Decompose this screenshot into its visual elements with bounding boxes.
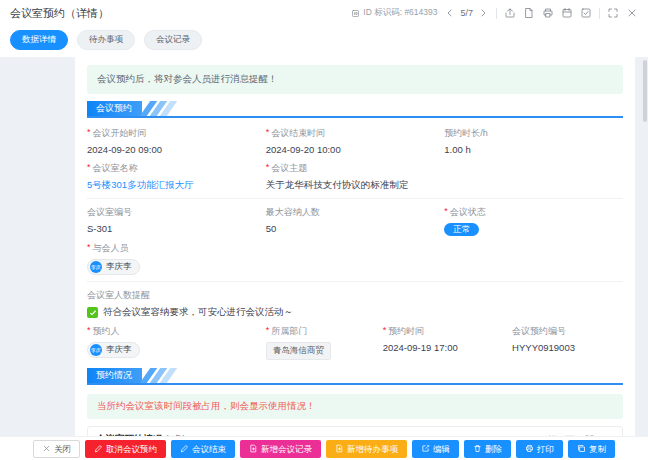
field-label: 预约时长/h	[444, 127, 488, 140]
field-value: 1.00 h	[444, 144, 623, 156]
field-book-no: 会议预约编号 HYYY0919003	[512, 325, 623, 360]
check-icon	[87, 307, 98, 318]
field-value: 2024-09-19 17:00	[383, 342, 512, 354]
fullscreen-icon[interactable]	[607, 7, 619, 19]
attendee-name: 李庆李	[106, 261, 132, 273]
field-value: 50	[266, 223, 445, 235]
page-title: 会议室预约（详情）	[10, 6, 109, 21]
print-button[interactable]: 打印	[516, 440, 563, 458]
field-value: 2024-09-20 09:00	[87, 144, 266, 156]
field-label: 会议室人数提醒	[87, 289, 150, 302]
divider	[496, 8, 497, 19]
section-title: 预约情况	[87, 368, 142, 383]
required-mark: *	[87, 325, 91, 338]
field-label: 会议室名称	[93, 162, 138, 175]
table-count: (0条)	[166, 434, 186, 436]
file-plus-icon	[249, 444, 258, 453]
content-area: 会议预约后，将对参会人员进行消息提醒！ 会议预约 *会议开始时间 2024-09…	[0, 57, 648, 436]
cancel-booking-button[interactable]: 取消会议预约	[85, 440, 166, 458]
field-label: 会议预约编号	[512, 325, 566, 338]
section-title: 会议预约	[87, 101, 142, 116]
record-id-badge: ID 标识码: #614393	[351, 7, 437, 19]
booking-table-card: 会议室预约情况(0条) 序号 预约人 会议主题 会议室名称 与会人 会议开始时间…	[87, 426, 623, 436]
department-tag: 青岛海信商贸	[266, 342, 331, 360]
table-title: 会议室预约情况	[96, 433, 163, 436]
file-plus-icon	[335, 444, 344, 453]
field-room-no: 会议室编号 S-301	[87, 206, 266, 236]
field-end-time: *会议结束时间 2024-09-20 10:00	[266, 127, 445, 156]
printer-icon	[525, 444, 534, 453]
vertical-scrollbar[interactable]	[643, 60, 647, 122]
required-mark: *	[383, 325, 387, 338]
form-row-booker: *预约人 李庆 李庆李 *所属部门 青岛海信商贸 *预约时间 2024-09-1…	[87, 325, 623, 366]
chevron-right-icon[interactable]	[477, 7, 489, 19]
attendee-tag[interactable]: 李庆 李庆李	[87, 259, 140, 275]
pencil-icon	[180, 444, 189, 453]
end-meeting-button[interactable]: 会议结束	[171, 440, 235, 458]
field-attendees: *与会人员 李庆 李庆李	[87, 242, 623, 275]
room-name-link[interactable]: 5号楼301多功能汇报大厅	[87, 179, 266, 192]
close-button[interactable]: 关闭	[33, 440, 80, 458]
calendar-icon[interactable]	[561, 7, 573, 19]
field-subject: *会议主题 关于龙华科技支付协议的标准制定	[266, 162, 623, 192]
field-capacity-tip: 会议室人数提醒 符合会议室容纳要求，可安心进行会议活动～	[87, 289, 623, 319]
print-icon[interactable]	[542, 7, 554, 19]
close-icon[interactable]	[626, 7, 638, 19]
tab-meeting-records[interactable]: 会议记录	[144, 30, 202, 50]
delete-button[interactable]: 删除	[464, 440, 511, 458]
field-status: *会议状态 正常	[444, 206, 623, 236]
action-bar: 关闭 取消会议预约 会议结束 新增会议记录 新增待办事项 编辑 删除 打印 复制	[0, 436, 648, 460]
chevron-down-icon[interactable]	[603, 434, 614, 436]
record-pager: 5/7	[444, 7, 489, 19]
required-mark: *	[87, 127, 91, 140]
field-label: 会议室编号	[87, 206, 132, 219]
trash-icon	[473, 444, 482, 453]
field-label: 预约时间	[388, 325, 424, 338]
field-department: *所属部门 青岛海信商贸	[266, 325, 383, 360]
edit-button[interactable]: 编辑	[412, 440, 459, 458]
pager-position: 5/7	[460, 8, 473, 18]
required-mark: *	[87, 242, 91, 255]
info-notice: 会议预约后，将对参会人员进行消息提醒！	[87, 65, 623, 94]
field-value: S-301	[87, 223, 266, 235]
divider	[87, 281, 623, 282]
check-square-icon[interactable]	[580, 7, 592, 19]
field-duration: 预约时长/h 1.00 h	[444, 127, 623, 156]
pencil-icon	[94, 444, 103, 453]
field-label: 会议结束时间	[271, 127, 325, 140]
field-label: 会议主题	[271, 162, 307, 175]
field-label: 预约人	[93, 325, 120, 338]
filter-icon[interactable]	[565, 434, 576, 436]
file-icon[interactable]	[523, 7, 535, 19]
form-row-room: *会议室名称 5号楼301多功能汇报大厅 *会议主题 关于龙华科技支付协议的标准…	[87, 162, 623, 198]
field-value: HYYY0919003	[512, 342, 623, 354]
add-todo-button[interactable]: 新增待办事项	[326, 440, 407, 458]
required-mark: *	[87, 162, 91, 175]
section-booking-header: 会议预约	[87, 101, 623, 118]
field-value: 2024-09-20 10:00	[266, 144, 445, 156]
field-label: 与会人员	[93, 242, 129, 255]
table-header-bar: 会议室预约情况(0条)	[96, 433, 614, 436]
capacity-check-message: 符合会议室容纳要求，可安心进行会议活动～	[87, 306, 623, 319]
expand-icon[interactable]	[584, 434, 595, 436]
sort-icon[interactable]	[546, 434, 557, 436]
form-row-capacity: 会议室编号 S-301 最大容纳人数 50 *会议状态 正常	[87, 206, 623, 242]
share-icon[interactable]	[504, 7, 516, 19]
booker-name: 李庆李	[106, 344, 132, 356]
divider	[87, 198, 623, 199]
tab-data-detail[interactable]: 数据详情	[10, 30, 68, 50]
copy-button[interactable]: 复制	[568, 440, 615, 458]
window-titlebar: 会议室预约（详情） ID 标识码: #614393 5/7	[0, 0, 648, 26]
tab-bar: 数据详情 待办事项 会议记录	[0, 26, 648, 57]
field-value: 关于龙华科技支付协议的标准制定	[266, 179, 623, 192]
field-label: 所属部门	[271, 325, 307, 338]
chevron-left-icon[interactable]	[444, 7, 456, 19]
field-room-name: *会议室名称 5号楼301多功能汇报大厅	[87, 162, 266, 192]
add-meeting-record-button[interactable]: 新增会议记录	[240, 440, 321, 458]
field-booker: *预约人 李庆 李庆李	[87, 325, 266, 360]
tab-todo-items[interactable]: 待办事项	[77, 30, 135, 50]
booker-tag[interactable]: 李庆 李庆李	[87, 342, 140, 358]
required-mark: *	[266, 162, 270, 175]
required-mark: *	[444, 206, 448, 219]
avatar: 李庆	[90, 261, 102, 273]
